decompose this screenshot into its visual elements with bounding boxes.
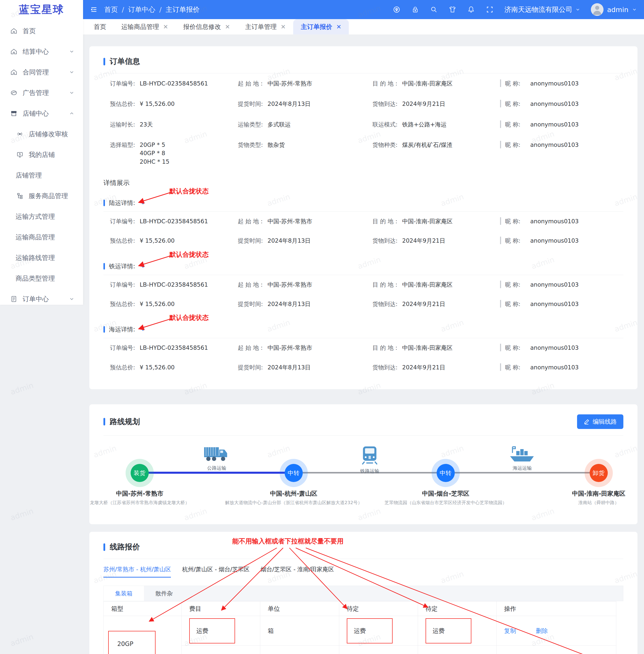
chevron-down-icon bbox=[69, 90, 74, 96]
sidebar-item-shop-audit[interactable]: 店铺修改审核 bbox=[0, 124, 83, 144]
stop-city: 中国-淮南-田家庵区 bbox=[572, 489, 625, 498]
red-highlight-box: 运费 bbox=[189, 618, 235, 644]
stop-address: 芝罘物流园（山东省烟台市芝罘区经济开发中心芝罘物流园） bbox=[385, 500, 507, 506]
sidebar-item-transport-route[interactable]: 运输路线管理 bbox=[0, 247, 83, 268]
top-header: 首页 / 订单中心 / 主订单报价 济南天远物流有限公司 admin bbox=[83, 0, 644, 19]
sidebar-fold-icon[interactable] bbox=[90, 6, 98, 13]
segment-tab-suzhou-hangzhou[interactable]: 苏州/常熟市 - 杭州/萧山区 bbox=[104, 565, 171, 578]
node-unload: 卸货 bbox=[584, 459, 613, 487]
node-transit-2: 中转 bbox=[432, 459, 460, 487]
sidebar-item-settlement[interactable]: 结算中心 bbox=[0, 41, 83, 62]
route-planning-header: 路线规划 编辑线路 bbox=[104, 414, 623, 429]
field-destination: 目 的 地 :中国-淮南-田家庵区 bbox=[372, 73, 500, 94]
leg-sea: 海运运输 bbox=[509, 446, 535, 471]
annotation-collapsed-state: 默认合拢状态 bbox=[169, 313, 209, 322]
sea-detail-section: 默认合拢状态 海运详情: 订单编号:LB-HYDC-02358458561 起 … bbox=[104, 324, 623, 377]
sidebar-item-shop-center[interactable]: 店铺中心 bbox=[0, 103, 83, 124]
field-origin: 起 始 地 :中国-苏州-常熟市 bbox=[238, 73, 372, 94]
home-icon bbox=[10, 27, 18, 35]
user-dropdown[interactable]: admin bbox=[591, 3, 637, 16]
sidebar-item-transport-goods[interactable]: 运输商品管理 bbox=[0, 227, 83, 247]
field-nickname: 昵 称:anonymous0103 bbox=[500, 73, 623, 94]
annotation-no-inputs: 能不用输入框或者下拉框就尽量不要用 bbox=[232, 537, 344, 546]
company-dropdown[interactable]: 济南天远物流有限公司 bbox=[504, 5, 580, 14]
copy-link[interactable]: 复制 bbox=[504, 627, 516, 635]
monitor-icon bbox=[16, 151, 24, 159]
app-root: 蓝宝星球 首页 结算中心 合同管理 广告管理 bbox=[0, 0, 644, 654]
tree-icon bbox=[16, 192, 24, 200]
truck-icon bbox=[204, 446, 230, 462]
sidebar-item-service-goods[interactable]: 服务商品管理 bbox=[0, 186, 83, 206]
tab-transport-goods[interactable]: 运输商品管理✕ bbox=[114, 19, 176, 34]
leg-rail: 铁路运输 bbox=[360, 446, 380, 475]
search-icon[interactable] bbox=[430, 5, 438, 14]
sidebar-item-ads[interactable]: 广告管理 bbox=[0, 82, 83, 103]
close-icon[interactable]: ✕ bbox=[281, 23, 285, 30]
close-icon[interactable]: ✕ bbox=[336, 23, 341, 30]
node-load: 装货 bbox=[125, 459, 154, 487]
theme-icon[interactable] bbox=[448, 5, 457, 14]
land-detail-section: 默认合拢状态 陆运详情: 订单编号:LB-HYDC-02358458561 起 … bbox=[104, 198, 623, 251]
land-detail-fields: 订单编号:LB-HYDC-02358458561 起 始 地 :中国-苏州-常熟… bbox=[104, 212, 623, 251]
sidebar-item-shop-manage[interactable]: 店铺管理 bbox=[0, 165, 83, 186]
ship-icon bbox=[509, 446, 535, 462]
lock-icon[interactable] bbox=[411, 5, 419, 14]
username: admin bbox=[607, 6, 628, 14]
chevron-down-icon bbox=[575, 7, 580, 12]
order-info-card: 订单信息 订单编号:LB-HYDC-02358458561 起 始 地 :中国-… bbox=[89, 46, 638, 389]
rail-detail-fields: 订单编号:LB-HYDC-02358458561 起 始 地 :中国-苏州-常熟… bbox=[104, 275, 623, 314]
chevron-down-icon bbox=[632, 7, 637, 12]
line-quote-card: 能不用输入框或者下拉框就尽量不要用 线路报价 苏州/常熟市 - 杭州/萧山区 杭… bbox=[89, 532, 638, 654]
land-detail-header: 陆运详情: bbox=[104, 198, 623, 208]
tab-bulk[interactable]: 散件杂 bbox=[144, 586, 184, 601]
field-order-no: 订单编号:LB-HYDC-02358458561 bbox=[110, 73, 238, 94]
broadcast-icon bbox=[16, 130, 24, 138]
detail-heading: 详情展示 bbox=[104, 178, 623, 187]
segment-tab-yantai-huainan[interactable]: 烟台/芝罘区 - 淮南/田家庵区 bbox=[261, 565, 334, 578]
tab-main-order-quote[interactable]: 主订单报价✕ bbox=[293, 19, 349, 34]
edit-route-button[interactable]: 编辑线路 bbox=[577, 414, 623, 429]
tab-quote-edit[interactable]: 报价信息修改✕ bbox=[176, 19, 237, 34]
delete-link[interactable]: 删除 bbox=[536, 627, 548, 635]
chevron-down-icon bbox=[69, 296, 74, 302]
sea-detail-fields: 订单编号:LB-HYDC-02358458561 起 始 地 :中国-苏州-常熟… bbox=[104, 338, 623, 377]
contract-icon bbox=[10, 68, 18, 76]
stop-city: 中国-烟台-芝罘区 bbox=[422, 489, 469, 498]
fullscreen-icon[interactable] bbox=[486, 5, 494, 14]
chevron-up-icon bbox=[69, 111, 74, 116]
red-highlight-box: 20GP bbox=[108, 631, 156, 654]
close-icon[interactable]: ✕ bbox=[225, 23, 230, 30]
red-highlight-box: 运费 bbox=[426, 618, 472, 644]
sidebar-item-goods-type[interactable]: 商品类型管理 bbox=[0, 268, 83, 289]
order-info-header: 订单信息 bbox=[104, 56, 623, 67]
stop-city: 中国-苏州-常熟市 bbox=[116, 489, 163, 498]
timeline-line-done bbox=[140, 472, 294, 474]
annotation-collapsed-state: 默认合拢状态 bbox=[169, 250, 209, 259]
sidebar-item-order-center[interactable]: 订单中心 bbox=[0, 289, 83, 305]
breadcrumb-order-center[interactable]: 订单中心 bbox=[128, 5, 155, 14]
sidebar: 蓝宝星球 首页 结算中心 合同管理 广告管理 bbox=[0, 0, 83, 305]
field-cargo-type: 货物类型:散杂货 bbox=[238, 135, 372, 172]
section-title: 订单信息 bbox=[110, 56, 140, 67]
sidebar-item-my-shop[interactable]: 我的店铺 bbox=[0, 144, 83, 165]
chevron-down-icon bbox=[69, 49, 74, 54]
sidebar-item-transport-mode[interactable]: 运输方式管理 bbox=[0, 206, 83, 227]
cargo-type-tabs: 集装箱 散件杂 bbox=[104, 586, 623, 601]
breadcrumb-home[interactable]: 首页 bbox=[104, 5, 118, 14]
tab-container[interactable]: 集装箱 bbox=[104, 586, 144, 601]
tab-main-order-manage[interactable]: 主订单管理✕ bbox=[237, 19, 293, 34]
sidebar-item-contract[interactable]: 合同管理 bbox=[0, 62, 83, 82]
section-bar bbox=[104, 543, 105, 551]
tab-home[interactable]: 首页 bbox=[86, 19, 114, 34]
annotation-arrow bbox=[133, 191, 174, 205]
section-title: 线路报价 bbox=[110, 542, 140, 552]
close-icon[interactable]: ✕ bbox=[163, 23, 168, 30]
stop-address: 解放大道物流中心-萧山分部（浙江省杭州市萧山区解放大道232号） bbox=[225, 500, 362, 506]
segment-tab-hangzhou-yantai[interactable]: 杭州/萧山区 - 烟台/芝罘区 bbox=[182, 565, 249, 578]
language-icon[interactable] bbox=[393, 5, 401, 14]
breadcrumb-current: 主订单报价 bbox=[166, 5, 200, 14]
sidebar-item-home[interactable]: 首页 bbox=[0, 21, 83, 41]
node-transit-1: 中转 bbox=[280, 459, 308, 487]
pencil-icon bbox=[583, 419, 590, 425]
bell-icon[interactable] bbox=[467, 5, 475, 14]
